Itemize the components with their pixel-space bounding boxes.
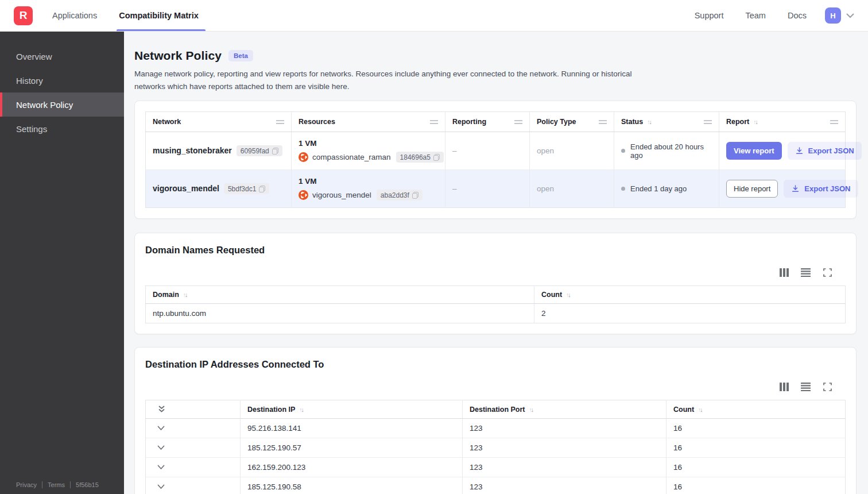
- domains-card-title: Domain Names Requested: [145, 245, 846, 256]
- tab-compatibility-matrix[interactable]: Compatibility Matrix: [118, 0, 200, 31]
- network-name: vigorous_mendel: [153, 184, 219, 193]
- user-menu[interactable]: H: [825, 7, 854, 24]
- terms-link[interactable]: Terms: [48, 481, 65, 488]
- domain-row[interactable]: ntp.ubuntu.com 2: [146, 304, 846, 323]
- destination-port-value: 123: [463, 458, 666, 477]
- sidebar: Overview History Network Policy Settings…: [0, 32, 124, 494]
- destination-ip-value: 185.125.190.57: [241, 438, 463, 458]
- hide-report-button[interactable]: Hide report: [726, 180, 778, 198]
- column-resize-handle[interactable]: [704, 120, 712, 124]
- expand-row-icon[interactable]: [157, 445, 233, 450]
- network-id-badge[interactable]: 5bdf3dc1: [224, 183, 269, 194]
- policy-type-value: open: [530, 132, 614, 170]
- destination-ip-value: 185.125.190.58: [241, 477, 463, 494]
- sort-icon[interactable]: ↑↓: [647, 118, 651, 125]
- status-dot-icon: [621, 149, 625, 153]
- sort-icon[interactable]: ↑↓: [698, 406, 702, 413]
- destination-row[interactable]: 185.125.190.57 123 16: [146, 438, 846, 458]
- download-icon: [791, 184, 800, 193]
- sidebar-item-settings[interactable]: Settings: [0, 117, 124, 141]
- network-id-badge[interactable]: 60959fad: [237, 145, 282, 156]
- destination-row[interactable]: 185.125.190.58 123 16: [146, 477, 846, 494]
- nav-link-team[interactable]: Team: [745, 11, 765, 20]
- network-row[interactable]: vigorous_mendel5bdf3dc1 1 VM v: [146, 170, 846, 208]
- sort-icon[interactable]: ↑↓: [183, 291, 187, 298]
- nav-link-support[interactable]: Support: [695, 11, 724, 20]
- export-json-button[interactable]: Export JSON: [788, 142, 862, 160]
- download-icon: [795, 146, 804, 155]
- column-resize-handle[interactable]: [276, 120, 284, 124]
- resource-name: vigorous_mendel: [312, 191, 371, 199]
- tab-applications[interactable]: Applications: [51, 0, 98, 31]
- sidebar-item-history[interactable]: History: [0, 68, 124, 92]
- col-label-count: Count: [541, 291, 562, 299]
- domains-table: Domain ↑↓ Count ↑↓ ntp.ubuntu.com 2: [145, 285, 846, 323]
- resource-id-badge[interactable]: aba2dd3f: [377, 190, 423, 200]
- col-label-network: Network: [153, 118, 181, 126]
- copy-icon[interactable]: [433, 154, 440, 161]
- count-value: 16: [666, 458, 846, 477]
- destination-row[interactable]: 95.216.138.141 123 16: [146, 419, 846, 438]
- col-label-report: Report: [726, 118, 749, 126]
- col-header-count: Count ↑↓: [666, 400, 846, 419]
- col-label-destination-port: Destination Port: [470, 406, 525, 414]
- destination-row[interactable]: 162.159.200.123 123 16: [146, 458, 846, 477]
- avatar[interactable]: H: [825, 7, 841, 24]
- sort-icon[interactable]: ↑↓: [529, 406, 533, 413]
- destinations-table: Destination IP ↑↓ Destination Port ↑↓ Co…: [145, 400, 846, 494]
- copy-icon[interactable]: [272, 148, 278, 155]
- app-logo[interactable]: R: [14, 6, 33, 25]
- copy-icon[interactable]: [259, 186, 265, 192]
- expand-row-icon[interactable]: [157, 426, 233, 431]
- destination-port-value: 123: [463, 419, 666, 438]
- col-header-network: Network: [146, 112, 292, 132]
- col-label-domain: Domain: [153, 291, 179, 299]
- column-resize-handle[interactable]: [599, 120, 607, 124]
- resource-count: 1 VM: [299, 177, 438, 186]
- row-height-icon[interactable]: [800, 267, 811, 277]
- sort-icon[interactable]: ↑↓: [566, 291, 570, 298]
- expand-row-icon[interactable]: [157, 465, 233, 470]
- fullscreen-icon[interactable]: [822, 381, 833, 392]
- columns-icon[interactable]: [778, 381, 789, 392]
- domains-card: Domain Names Requested Domain ↑↓: [134, 233, 857, 334]
- column-resize-handle[interactable]: [514, 120, 522, 124]
- page-title: Network Policy: [134, 49, 222, 63]
- col-header-destination-port: Destination Port ↑↓: [463, 400, 666, 419]
- copy-icon[interactable]: [412, 192, 418, 199]
- view-report-button[interactable]: View report: [726, 142, 782, 160]
- destination-port-value: 123: [463, 477, 666, 494]
- column-resize-handle[interactable]: [430, 120, 438, 124]
- destination-ip-value: 95.216.138.141: [241, 419, 463, 438]
- status-text: Ended about 20 hours ago: [630, 142, 712, 160]
- table-toolbar: [145, 267, 846, 277]
- network-row[interactable]: musing_stonebraker60959fad 1 VM: [146, 132, 846, 170]
- sidebar-item-overview[interactable]: Overview: [0, 44, 124, 68]
- resource-name: compassionate_raman: [312, 153, 391, 161]
- col-header-domain: Domain ↑↓: [146, 286, 534, 304]
- status-text: Ended 1 day ago: [630, 184, 687, 193]
- reporting-value: –: [445, 170, 530, 208]
- col-label-resources: Resources: [299, 118, 335, 126]
- resource-count: 1 VM: [299, 139, 438, 148]
- privacy-link[interactable]: Privacy: [16, 481, 37, 488]
- col-header-status: Status ↑↓: [614, 112, 719, 132]
- nav-link-docs[interactable]: Docs: [788, 11, 807, 20]
- columns-icon[interactable]: [778, 267, 789, 277]
- networks-card: Network Resources Reporting Policy Type: [134, 101, 857, 219]
- expand-all-icon[interactable]: [157, 405, 233, 414]
- sort-icon[interactable]: ↑↓: [299, 406, 303, 413]
- column-resize-handle[interactable]: [830, 120, 838, 124]
- ubuntu-icon: [299, 152, 308, 162]
- expand-row-icon[interactable]: [157, 484, 233, 489]
- resource-id-badge[interactable]: 184696a5: [396, 152, 444, 163]
- destination-port-value: 123: [463, 438, 666, 458]
- sidebar-item-network-policy[interactable]: Network Policy: [0, 92, 124, 117]
- sort-icon[interactable]: ↑↓: [753, 118, 757, 125]
- fullscreen-icon[interactable]: [822, 267, 833, 277]
- export-json-button[interactable]: Export JSON: [784, 180, 858, 198]
- sidebar-footer: Privacy Terms 5f56b15: [16, 481, 99, 488]
- networks-table: Network Resources Reporting Policy Type: [145, 111, 846, 208]
- chevron-down-icon[interactable]: [846, 13, 854, 18]
- row-height-icon[interactable]: [800, 381, 811, 392]
